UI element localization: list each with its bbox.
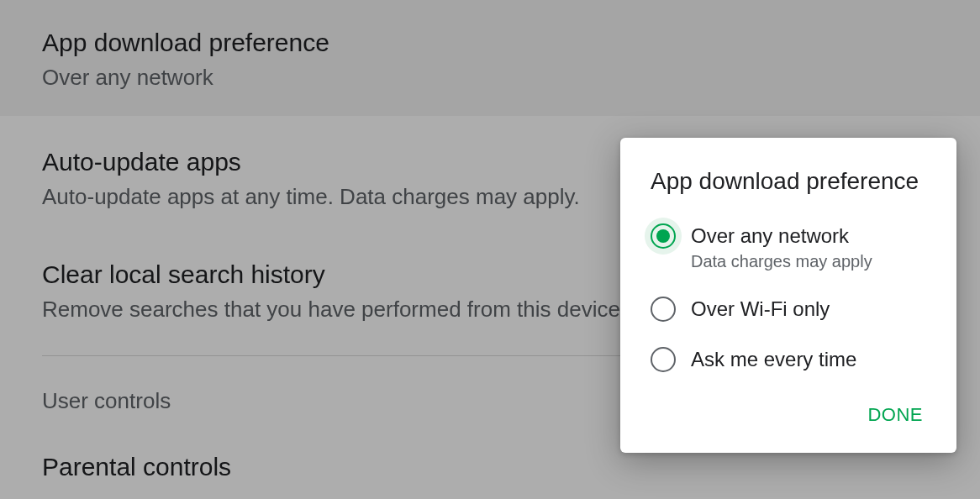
option-label: Ask me every time xyxy=(691,347,856,372)
done-button[interactable]: DONE xyxy=(864,397,926,433)
radio-option-ask-every-time[interactable]: Ask me every time xyxy=(651,347,926,372)
dialog-title: App download preference xyxy=(651,168,926,195)
radio-unselected-icon xyxy=(651,297,676,322)
radio-unselected-icon xyxy=(651,347,676,372)
radio-selected-icon xyxy=(645,218,682,255)
option-text: Over any network Data charges may apply xyxy=(691,223,872,271)
radio-option-over-wifi-only[interactable]: Over Wi-Fi only xyxy=(651,297,926,322)
download-preference-dialog: App download preference Over any network… xyxy=(620,138,956,453)
option-label: Over Wi-Fi only xyxy=(691,297,830,322)
settings-page: App download preference Over any network… xyxy=(0,0,980,499)
option-label: Over any network xyxy=(691,223,872,249)
option-sublabel: Data charges may apply xyxy=(691,252,872,271)
option-text: Ask me every time xyxy=(691,347,856,372)
radio-option-over-any-network[interactable]: Over any network Data charges may apply xyxy=(651,223,926,271)
option-text: Over Wi-Fi only xyxy=(691,297,830,322)
dialog-actions: DONE xyxy=(651,397,926,433)
